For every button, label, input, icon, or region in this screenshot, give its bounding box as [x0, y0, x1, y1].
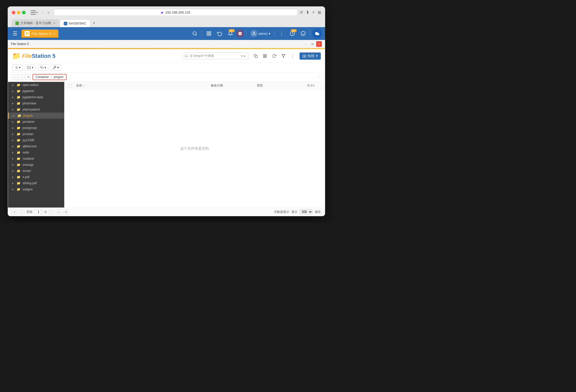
breadcrumb-bar: ‹ › ↺ Container > pingvin ♡: [8, 72, 325, 82]
date-col-header[interactable]: 修改日期: [211, 83, 257, 88]
address-bar[interactable]: ◆ 192.168.200.133: [54, 9, 297, 16]
tools-btn[interactable]: ▾: [50, 64, 61, 71]
expand-icon: ▶: [12, 121, 15, 123]
tab2-favicon: 1: [64, 22, 67, 25]
browser-tab-1[interactable]: 🌿 文章编辑 - 是羊刀仙嗯 ✕: [12, 19, 60, 27]
sidebar-item-postgresql[interactable]: ▶ 📁 postgresql: [8, 125, 64, 131]
search-scope-select[interactable]: ▾: [240, 54, 247, 58]
folder-icon-3: 📁: [17, 102, 20, 105]
svg-rect-18: [265, 55, 266, 56]
create-arrow: ▾: [32, 66, 33, 69]
copy-path-btn[interactable]: [252, 52, 260, 60]
sidebar-toggle-btn[interactable]: ▾: [31, 10, 38, 15]
sidebar-item-s-pdf[interactable]: ▶ 📁 s-pdf: [8, 174, 64, 180]
user-dropdown-icon: ▾: [269, 32, 270, 36]
folder-icon-9: 📁: [17, 138, 20, 142]
next-page-btn[interactable]: ›: [49, 209, 54, 214]
back-button[interactable]: ‹: [41, 10, 45, 15]
app-tab-close-btn[interactable]: ×: [53, 31, 55, 36]
upload-btn[interactable]: ▾: [38, 64, 48, 71]
filter-btn[interactable]: [280, 52, 287, 60]
sidebar-item-smanga[interactable]: ▶ 📁 smanga: [8, 162, 64, 168]
breadcrumb-forward-btn[interactable]: ›: [19, 74, 24, 80]
close-traffic-light[interactable]: [12, 11, 15, 14]
expand-icon: ▶: [12, 84, 15, 86]
type-col-header[interactable]: 类型: [257, 83, 293, 88]
address-text: 192.168.200.133: [165, 10, 190, 14]
clock-status-btn[interactable]: 10+: [287, 29, 297, 38]
more-options-header-btn[interactable]: ⋮: [289, 52, 296, 60]
app-tab-filestation[interactable]: 📁 File Station 5 ×: [22, 29, 58, 38]
refresh-btn[interactable]: [270, 52, 278, 60]
window-maximize-btn[interactable]: ⊡: [310, 41, 315, 47]
breadcrumb-back-btn[interactable]: ‹: [12, 74, 18, 80]
favorite-btn[interactable]: ♡: [317, 74, 321, 80]
share-btn[interactable]: ⬆: [306, 10, 309, 15]
user-menu[interactable]: admin ▾: [248, 29, 272, 38]
search-bar[interactable]: 在"pingvin"中搜索 ▾: [182, 52, 249, 59]
sidebar-item-phpmyadmin[interactable]: ▶ 📁 phpmyadmin: [8, 106, 64, 113]
more-options-btn[interactable]: ⋮: [277, 29, 286, 38]
size-col-header[interactable]: 大小: [293, 83, 313, 88]
notifications-btn[interactable]: 10+: [226, 29, 235, 38]
window-minimize-btn[interactable]: －: [303, 41, 308, 47]
search-icon-btn[interactable]: [190, 29, 200, 38]
svg-rect-19: [263, 56, 265, 58]
sidebar-item-pingvin[interactable]: ▶ 📁 pingvin: [8, 113, 64, 119]
browser-refresh-btn[interactable]: ↺: [300, 10, 303, 15]
qnap-cloud-btn[interactable]: [312, 29, 322, 38]
cloud-sync-btn[interactable]: [215, 29, 225, 38]
file-list: 名称 ↑ 修改日期 类型 大小: [64, 82, 325, 208]
sidebar-item-redis[interactable]: ▶ 📁 redis: [8, 149, 64, 156]
create-folder-btn[interactable]: ▾: [25, 64, 36, 71]
breadcrumb-refresh-btn[interactable]: ↺: [25, 74, 31, 80]
new-tab-btn[interactable]: +: [312, 10, 315, 15]
view-mode-btn[interactable]: [261, 52, 269, 60]
last-page-btn[interactable]: »: [56, 209, 61, 214]
first-page-btn[interactable]: «: [12, 209, 17, 214]
sidebar-item-open-webui[interactable]: ▶ 📁 open-webui: [8, 82, 64, 88]
split-view-btn[interactable]: ⊞: [318, 10, 321, 15]
per-page-select[interactable]: 500: [300, 209, 313, 214]
sidebar-item-photoview[interactable]: ▶ 📁 photoview: [8, 100, 64, 106]
forward-button[interactable]: ›: [46, 10, 50, 15]
sidebar-item-stirling-pdf[interactable]: ▶ 📁 stirling-pdf: [8, 180, 64, 186]
breadcrumb-nav: ‹ › ↺: [12, 74, 31, 80]
page-input[interactable]: [35, 210, 42, 214]
media-player-btn[interactable]: [204, 29, 214, 38]
expand-icon: ▶: [12, 188, 15, 191]
expand-icon: ▶: [12, 96, 15, 99]
name-col-header[interactable]: 名称 ↑: [76, 83, 211, 88]
browser-tab-2[interactable]: 1 NAS5878AC: [60, 20, 90, 27]
search-bar-icon: [185, 54, 188, 58]
tab1-close[interactable]: ✕: [52, 21, 56, 25]
monitor-btn[interactable]: [298, 29, 308, 38]
prev-page-btn[interactable]: ‹: [19, 209, 24, 214]
sidebar-item-prowlarr[interactable]: ▶ 📁 prowlarr: [8, 131, 64, 137]
minimize-traffic-light[interactable]: [17, 11, 20, 14]
quick-access-btn[interactable]: 快照 ▾: [300, 52, 321, 60]
sidebar-item-qbittorrent[interactable]: ▶ 📁 qBittorrent: [8, 143, 64, 149]
footer-refresh-btn[interactable]: ↺: [63, 209, 68, 214]
sidebar-item-portainer[interactable]: ▶ 📁 portainer: [8, 119, 64, 125]
fullscreen-traffic-light[interactable]: [22, 11, 26, 14]
sidebar-dropdown-icon: ▾: [36, 11, 38, 14]
hamburger-menu-btn[interactable]: ☰: [11, 29, 19, 38]
folder-icon-15: 📁: [17, 175, 20, 179]
breadcrumb-container: Container: [36, 75, 49, 79]
new-tab-button[interactable]: +: [90, 19, 98, 27]
add-col-header[interactable]: +: [313, 84, 321, 88]
list-view-btn[interactable]: ▾: [12, 64, 23, 71]
sidebar-item-sonarr[interactable]: ▶ 📁 sonarr: [8, 168, 64, 174]
expand-icon: ▶: [12, 127, 15, 129]
sidebar-item-rustdesk[interactable]: ▶ 📁 rustdesk: [8, 156, 64, 162]
sidebar-item-pgadmin[interactable]: ▶ 📁 pgadmin: [8, 88, 64, 94]
sidebar-item-py12306[interactable]: ▶ 📁 py12306: [8, 137, 64, 143]
breadcrumb-path[interactable]: Container > pingvin: [33, 74, 67, 80]
alert-btn[interactable]: [236, 30, 244, 37]
sidebar-item-subgen[interactable]: ▶ 📁 subgen: [8, 186, 64, 192]
check-all-checkbox[interactable]: [68, 84, 72, 87]
filestation-content: 📁 FileStation 5 在"pingvin"中搜索 ▾: [8, 49, 325, 216]
sidebar-item-pgadmin4-data[interactable]: ▶ 📁 pgadmin4-data: [8, 94, 64, 100]
window-close-btn[interactable]: ×: [316, 41, 322, 47]
